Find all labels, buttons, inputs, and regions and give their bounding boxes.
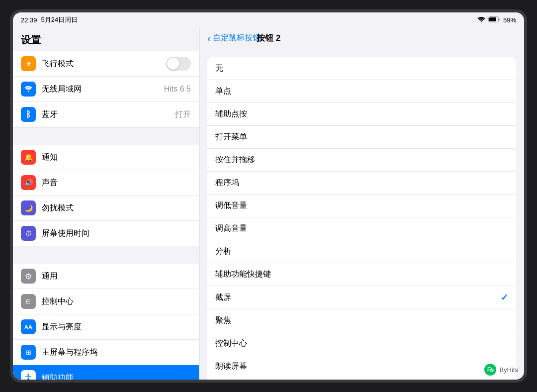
homescreen-icon: ⊞ (21, 345, 36, 360)
battery-icon (488, 16, 500, 24)
svg-point-4 (27, 374, 29, 376)
sidebar-section-2: 🔔 通知 🔊 声音 🌙 勿扰模式 ⏱ 屏幕 (13, 145, 199, 246)
option-item-assist_tap[interactable]: 辅助点按 (207, 103, 516, 126)
back-button[interactable]: ‹ 自定鼠标按钮 (207, 33, 261, 43)
option-label-single: 单点 (215, 86, 508, 97)
divider-1 (13, 127, 199, 145)
status-bar-left: 22:39 5月24日周日 (21, 15, 78, 24)
controlcenter-icon: ⊟ (21, 294, 36, 309)
option-label-accessibility_shortcut: 辅助功能快捷键 (215, 269, 508, 280)
status-bar: 22:39 5月24日周日 (13, 12, 524, 27)
option-item-pinch_rotate[interactable]: 捏合和旋转 (207, 378, 516, 380)
sidebar-item-dnd[interactable]: 🌙 勿扰模式 (13, 196, 199, 221)
sidebar-item-general[interactable]: ⚙ 通用 (13, 264, 199, 289)
display-icon: AA (21, 319, 36, 334)
bluetooth-label: 蓝牙 (42, 109, 175, 120)
option-label-dock: 程序坞 (215, 178, 508, 188)
watermark-text: ByHits (499, 366, 518, 374)
right-content: 无单点辅助点按打开菜单按住并拖移程序坞调低音量调高音量分析辅助功能快捷键截屏✓聚… (199, 49, 524, 380)
sidebar-item-wifi[interactable]: 无线局域网 Hits 6 5 (13, 77, 199, 102)
divider-2 (13, 246, 199, 264)
svg-rect-2 (489, 17, 496, 21)
notifications-label: 通知 (42, 152, 191, 163)
option-item-screenshot[interactable]: 截屏✓ (207, 286, 516, 309)
svg-point-8 (490, 369, 494, 372)
sidebar-title: 设置 (13, 27, 199, 51)
option-item-single[interactable]: 单点 (207, 80, 516, 103)
date: 5月24日周日 (41, 15, 78, 24)
sidebar-item-controlcenter[interactable]: ⊟ 控制中心 (13, 289, 199, 314)
option-item-hold_drag[interactable]: 按住并拖移 (207, 149, 516, 172)
option-item-dock[interactable]: 程序坞 (207, 172, 516, 195)
svg-point-10 (492, 370, 493, 371)
wechat-icon (484, 364, 496, 376)
dnd-icon: 🌙 (21, 200, 36, 215)
right-panel-title: 按钮 2 (257, 32, 280, 44)
general-icon: ⚙ (21, 269, 36, 284)
sidebar-item-notifications[interactable]: 🔔 通知 (13, 145, 199, 170)
option-item-none[interactable]: 无 (207, 57, 516, 80)
sidebar: 设置 ✈ 飞行模式 (13, 27, 199, 380)
option-label-open_menu: 打开菜单 (215, 132, 508, 142)
option-item-read_screen[interactable]: 朗读屏幕 (207, 355, 516, 378)
display-label: 显示与亮度 (42, 322, 191, 332)
airplane-icon: ✈ (21, 56, 36, 71)
accessibility-label: 辅助功能 (42, 373, 191, 380)
dnd-label: 勿扰模式 (42, 203, 191, 213)
svg-point-9 (491, 370, 492, 371)
accessibility-icon (21, 370, 36, 380)
wifi-sidebar-icon (21, 82, 36, 97)
notifications-icon: 🔔 (21, 150, 36, 165)
option-item-control_center[interactable]: 控制中心 (207, 332, 516, 355)
option-label-assist_tap: 辅助点按 (215, 109, 508, 119)
sidebar-item-airplane[interactable]: ✈ 飞行模式 (13, 51, 199, 77)
sidebar-item-sound[interactable]: 🔊 声音 (13, 170, 199, 196)
option-label-read_screen: 朗读屏幕 (215, 361, 508, 372)
ipad-screen: 22:39 5月24日周日 (13, 12, 524, 380)
option-item-analytics[interactable]: 分析 (207, 240, 516, 263)
sidebar-item-bluetooth[interactable]: ᛒ 蓝牙 打开 (13, 102, 199, 127)
back-label: 自定鼠标按钮 (213, 33, 261, 43)
option-check-screenshot: ✓ (501, 292, 508, 303)
option-label-none: 无 (215, 63, 508, 74)
airplane-label: 飞行模式 (42, 59, 166, 69)
sound-label: 声音 (42, 178, 191, 188)
controlcenter-label: 控制中心 (42, 296, 191, 307)
option-item-accessibility_shortcut[interactable]: 辅助功能快捷键 (207, 263, 516, 286)
option-label-control_center: 控制中心 (215, 338, 508, 349)
right-header: ‹ 自定鼠标按钮 按钮 2 (199, 27, 524, 49)
sidebar-content: ✈ 飞行模式 (13, 51, 199, 380)
option-label-focus: 聚焦 (215, 315, 508, 326)
bluetooth-icon: ᛒ (21, 107, 36, 122)
status-bar-right: 59% (477, 16, 516, 24)
sidebar-section-3: ⚙ 通用 ⊟ 控制中心 AA 显示与亮度 ⊞ 主 (13, 264, 199, 380)
svg-point-0 (481, 21, 482, 22)
option-label-hold_drag: 按住并拖移 (215, 155, 508, 165)
option-label-screenshot: 截屏 (215, 293, 501, 303)
battery-percent: 59% (503, 16, 516, 24)
sidebar-item-screentime[interactable]: ⏱ 屏幕使用时间 (13, 221, 199, 246)
wifi-value: Hits 6 5 (164, 85, 191, 94)
watermark: ByHits (484, 364, 518, 376)
general-label: 通用 (42, 271, 191, 282)
sidebar-item-accessibility[interactable]: 辅助功能 (13, 365, 199, 380)
option-item-focus[interactable]: 聚焦 (207, 309, 516, 332)
svg-point-3 (28, 91, 29, 92)
option-label-vol_down: 调低音量 (215, 200, 508, 211)
airplane-toggle[interactable] (166, 57, 191, 71)
options-list: 无单点辅助点按打开菜单按住并拖移程序坞调低音量调高音量分析辅助功能快捷键截屏✓聚… (207, 57, 516, 380)
right-panel: ‹ 自定鼠标按钮 按钮 2 无单点辅助点按打开菜单按住并拖移程序坞调低音量调高音… (199, 27, 524, 380)
option-item-vol_up[interactable]: 调高音量 (207, 217, 516, 240)
homescreen-label: 主屏幕与程序坞 (42, 347, 191, 358)
sidebar-section-1: ✈ 飞行模式 (13, 51, 199, 127)
option-label-analytics: 分析 (215, 246, 508, 257)
option-item-vol_down[interactable]: 调低音量 (207, 195, 516, 217)
screentime-icon: ⏱ (21, 226, 36, 241)
main-content: 设置 ✈ 飞行模式 (13, 27, 524, 380)
bluetooth-value: 打开 (175, 109, 191, 120)
option-item-open_menu[interactable]: 打开菜单 (207, 126, 516, 149)
svg-point-6 (488, 369, 489, 370)
sidebar-item-display[interactable]: AA 显示与亮度 (13, 314, 199, 340)
sidebar-item-homescreen[interactable]: ⊞ 主屏幕与程序坞 (13, 340, 199, 365)
sound-icon: 🔊 (21, 175, 36, 190)
